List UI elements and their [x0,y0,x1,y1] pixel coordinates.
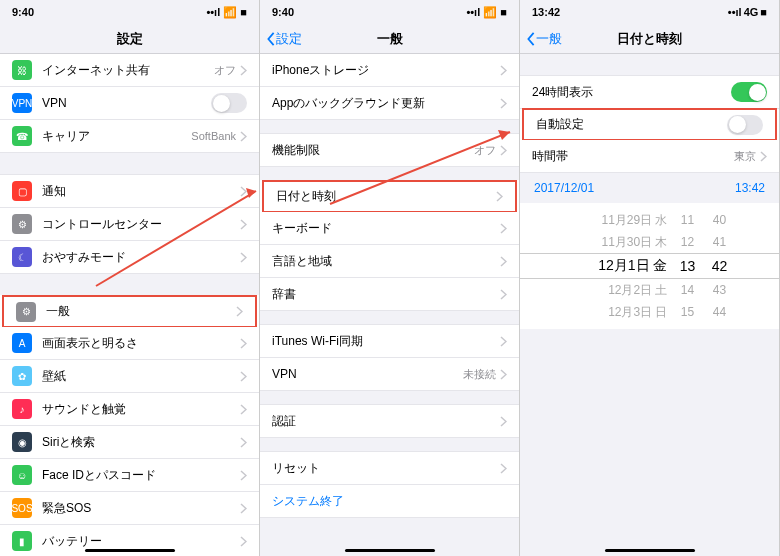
settings-row[interactable]: VPN未接続 [260,358,519,391]
row-label: おやすみモード [42,249,240,266]
row-icon: VPN [12,93,32,113]
datetime-picker[interactable]: 11月29日 水114011月30日 木124112月1日 金134212月2日… [520,203,779,329]
nav-bar: 設定 一般 [260,24,519,54]
settings-row[interactable]: iTunes Wi-Fi同期 [260,325,519,358]
row-detail: 未接続 [463,367,496,382]
settings-row[interactable]: ✿壁紙 [0,360,259,393]
row-label: 緊急SOS [42,500,240,517]
settings-row[interactable]: VPNVPN [0,87,259,120]
settings-row[interactable]: ☎キャリアSoftBank [0,120,259,153]
datetime-rows: 24時間表示自動設定時間帯東京 [520,76,779,173]
row-label: バッテリー [42,533,240,550]
section-gap [260,438,519,452]
settings-row[interactable]: A画面表示と明るさ [0,327,259,360]
chevron-right-icon [500,145,507,156]
picker-row[interactable]: 11月30日 木1241 [520,231,779,253]
page-title: 一般 [377,30,403,48]
row-label: 時間帯 [532,148,734,165]
page-title: 設定 [117,30,143,48]
settings-row[interactable]: キーボード [260,212,519,245]
row-label: 機能制限 [272,142,474,159]
row-label: 24時間表示 [532,84,731,101]
settings-row[interactable]: ☺Face IDとパスコード [0,459,259,492]
row-detail: オフ [474,143,496,158]
chevron-right-icon [500,223,507,234]
chevron-right-icon [500,289,507,300]
row-icon: A [12,333,32,353]
row-icon: ⛓ [12,60,32,80]
group-3: 日付と時刻キーボード言語と地域辞書 [260,180,519,311]
status-time: 13:42 [532,6,560,18]
row-icon: ☎ [12,126,32,146]
group-1: ⛓インターネット共有オフVPNVPN☎キャリアSoftBank [0,54,259,153]
toggle-switch[interactable] [211,93,247,113]
settings-row[interactable]: 時間帯東京 [520,140,779,173]
page-title: 日付と時刻 [617,30,682,48]
row-label: インターネット共有 [42,62,214,79]
row-label: サウンドと触覚 [42,401,240,418]
home-indicator [85,549,175,552]
settings-row[interactable]: 辞書 [260,278,519,311]
row-label: 日付と時刻 [276,188,496,205]
chevron-right-icon [240,131,247,142]
back-label: 設定 [276,30,302,48]
chevron-right-icon [240,536,247,547]
chevron-right-icon [500,256,507,267]
chevron-right-icon [500,336,507,347]
group-4: iTunes Wi-Fi同期VPN未接続 [260,325,519,391]
row-icon: ⚙ [12,214,32,234]
picker-row[interactable]: 12月1日 金1342 [520,253,779,279]
date-display[interactable]: 2017/12/01 13:42 [520,173,779,203]
settings-row[interactable]: 日付と時刻 [262,180,517,213]
row-label: 自動設定 [536,116,727,133]
row-label: iPhoneストレージ [272,62,500,79]
row-label: システム終了 [272,493,507,510]
selected-date: 2017/12/01 [534,181,594,195]
back-label: 一般 [536,30,562,48]
group-3: ⚙一般A画面表示と明るさ✿壁紙♪サウンドと触覚◉Siriと検索☺Face IDと… [0,295,259,556]
row-label: 辞書 [272,286,500,303]
back-button[interactable]: 設定 [266,30,302,48]
settings-row[interactable]: リセット [260,452,519,485]
row-icon: ♪ [12,399,32,419]
chevron-right-icon [500,98,507,109]
status-bar: 9:40 ••ıl 📶 ■ [0,0,259,24]
settings-row[interactable]: 認証 [260,405,519,438]
row-label: 認証 [272,413,500,430]
chevron-right-icon [240,338,247,349]
status-right: ••ıl 📶 ■ [466,6,507,19]
row-detail: 東京 [734,149,756,164]
settings-row[interactable]: ⚙コントロールセンター [0,208,259,241]
settings-row[interactable]: 自動設定 [522,108,777,141]
settings-row[interactable]: SOS緊急SOS [0,492,259,525]
picker-row[interactable]: 11月29日 水1140 [520,209,779,231]
row-icon: ▢ [12,181,32,201]
status-right: ••ıl 📶 ■ [206,6,247,19]
chevron-right-icon [500,416,507,427]
picker-row[interactable]: 12月3日 日1544 [520,301,779,323]
settings-row[interactable]: ⛓インターネット共有オフ [0,54,259,87]
settings-row[interactable]: 機能制限オフ [260,134,519,167]
chevron-right-icon [240,503,247,514]
settings-row[interactable]: ⚙一般 [2,295,257,328]
picker-row[interactable]: 12月2日 土1443 [520,279,779,301]
toggle-switch[interactable] [727,115,763,135]
home-indicator [345,549,435,552]
chevron-right-icon [240,371,247,382]
group-1: iPhoneストレージAppのバックグラウンド更新 [260,54,519,120]
section-gap [0,153,259,175]
settings-row[interactable]: ☾おやすみモード [0,241,259,274]
toggle-switch[interactable] [731,82,767,102]
row-label: コントロールセンター [42,216,240,233]
section-gap [260,391,519,405]
settings-row[interactable]: ◉Siriと検索 [0,426,259,459]
settings-row[interactable]: ▢通知 [0,175,259,208]
settings-row[interactable]: ♪サウンドと触覚 [0,393,259,426]
settings-row[interactable]: Appのバックグラウンド更新 [260,87,519,120]
settings-row[interactable]: システム終了 [260,485,519,518]
status-bar: 13:42 ••ıl 4G ■ [520,0,779,24]
back-button[interactable]: 一般 [526,30,562,48]
settings-row[interactable]: 言語と地域 [260,245,519,278]
settings-row[interactable]: iPhoneストレージ [260,54,519,87]
settings-row[interactable]: 24時間表示 [520,76,779,109]
